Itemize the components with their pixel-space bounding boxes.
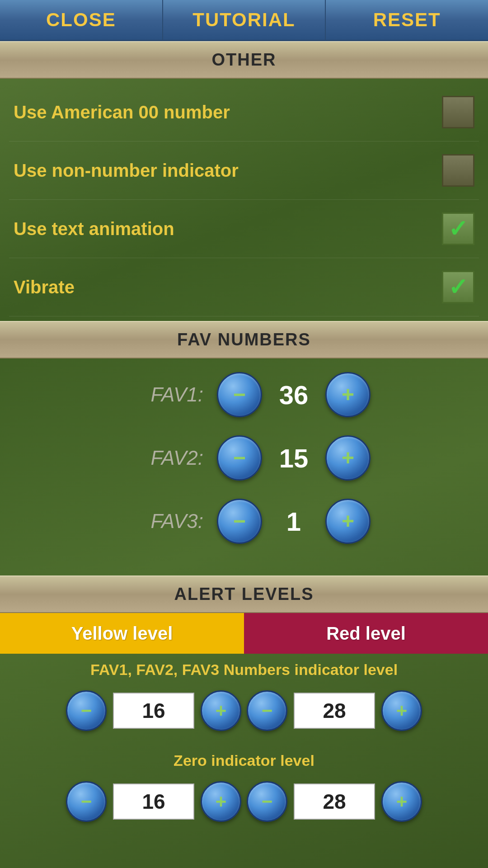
checkbox-non-number[interactable]: [442, 154, 474, 187]
fav-alert-left-plus-button[interactable]: +: [201, 690, 241, 731]
checkbox-american-00[interactable]: [442, 96, 474, 128]
fav3-minus-button[interactable]: −: [217, 499, 262, 544]
zero-alert-left-plus-icon: +: [216, 792, 227, 811]
top-bar: CLOSE TUTORIAL RESET: [0, 0, 488, 41]
checkmark-vibrate: ✓: [448, 275, 468, 299]
fav2-value: 15: [267, 443, 321, 473]
fav-numbers-section-header: FAV NUMBERS: [0, 321, 488, 359]
fav-indicator-subtitle: FAV1, FAV2, FAV3 Numbers indicator level: [0, 654, 488, 686]
fav-alert-right-minus-button[interactable]: −: [247, 690, 287, 731]
fav-numbers-area: FAV1: − 36 + FAV2: − 15 + FAV3: −: [0, 359, 488, 576]
setting-label-american-00: Use American 00 number: [14, 102, 230, 123]
fav3-label: FAV3:: [113, 510, 203, 533]
zero-alert-right-plus-button[interactable]: +: [381, 781, 422, 822]
fav3-plus-button[interactable]: +: [325, 499, 371, 544]
other-section-header: OTHER: [0, 41, 488, 79]
fav1-minus-button[interactable]: −: [217, 372, 262, 417]
setting-row-text-animation: Use text animation ✓: [9, 200, 479, 258]
zero-alert-row: − 16 + − 28 +: [0, 777, 488, 826]
fav-alert-right-minus-icon: −: [262, 701, 273, 720]
fav1-value: 36: [267, 380, 321, 410]
yellow-level-label: Yellow level: [0, 613, 244, 654]
fav1-minus-icon: −: [233, 384, 246, 406]
zero-alert-right-minus-icon: −: [262, 792, 273, 811]
fav2-plus-icon: +: [342, 447, 354, 469]
zero-alert-left-value: 16: [113, 783, 194, 820]
fav2-row: FAV2: − 15 +: [9, 435, 479, 481]
checkbox-text-animation[interactable]: ✓: [442, 212, 474, 245]
zero-alert-left-minus-icon: −: [81, 792, 92, 811]
fav3-plus-icon: +: [342, 510, 354, 532]
setting-row-american-00: Use American 00 number: [9, 83, 479, 142]
reset-button[interactable]: RESET: [326, 0, 488, 40]
fav2-plus-button[interactable]: +: [325, 435, 371, 481]
alert-area: Yellow level Red level FAV1, FAV2, FAV3 …: [0, 613, 488, 849]
fav-alert-right-plus-icon: +: [396, 701, 408, 720]
fav-alert-row: − 16 + − 28 +: [0, 686, 488, 736]
zero-alert-right-minus-button[interactable]: −: [247, 781, 287, 822]
fav3-row: FAV3: − 1 +: [9, 499, 479, 544]
fav1-row: FAV1: − 36 +: [9, 372, 479, 417]
fav1-label: FAV1:: [113, 383, 203, 406]
fav-alert-left-plus-icon: +: [216, 701, 227, 720]
zero-alert-left-plus-button[interactable]: +: [201, 781, 241, 822]
fav3-value: 1: [267, 506, 321, 537]
alert-levels-section-header: ALERT LEVELS: [0, 576, 488, 613]
fav-alert-right-value: 28: [294, 693, 375, 729]
zero-indicator-subtitle: Zero indicator level: [0, 745, 488, 777]
fav-alert-left-value: 16: [113, 693, 194, 729]
setting-row-vibrate: Vibrate ✓: [9, 258, 479, 316]
zero-alert-left-minus-button[interactable]: −: [66, 781, 107, 822]
setting-label-non-number: Use non-number indicator: [14, 160, 239, 181]
alert-bar: Yellow level Red level: [0, 613, 488, 654]
fav-alert-left-minus-icon: −: [81, 701, 92, 720]
fav2-minus-button[interactable]: −: [217, 435, 262, 481]
checkmark-text-animation: ✓: [448, 217, 468, 241]
fav2-minus-icon: −: [233, 447, 246, 469]
setting-label-text-animation: Use text animation: [14, 219, 174, 239]
fav-alert-left-minus-button[interactable]: −: [66, 690, 107, 731]
zero-alert-right-plus-icon: +: [396, 792, 408, 811]
checkbox-vibrate[interactable]: ✓: [442, 271, 474, 303]
fav1-plus-button[interactable]: +: [325, 372, 371, 417]
setting-label-vibrate: Vibrate: [14, 277, 75, 297]
zero-alert-right-value: 28: [294, 783, 375, 820]
tutorial-button[interactable]: TUTORIAL: [163, 0, 326, 40]
fav1-plus-icon: +: [342, 384, 354, 406]
red-level-label: Red level: [244, 613, 488, 654]
fav2-label: FAV2:: [113, 447, 203, 469]
fav-alert-right-plus-button[interactable]: +: [381, 690, 422, 731]
settings-area: Use American 00 number Use non-number in…: [0, 79, 488, 321]
close-button[interactable]: CLOSE: [0, 0, 163, 40]
setting-row-non-number: Use non-number indicator: [9, 142, 479, 200]
fav3-minus-icon: −: [233, 510, 246, 532]
